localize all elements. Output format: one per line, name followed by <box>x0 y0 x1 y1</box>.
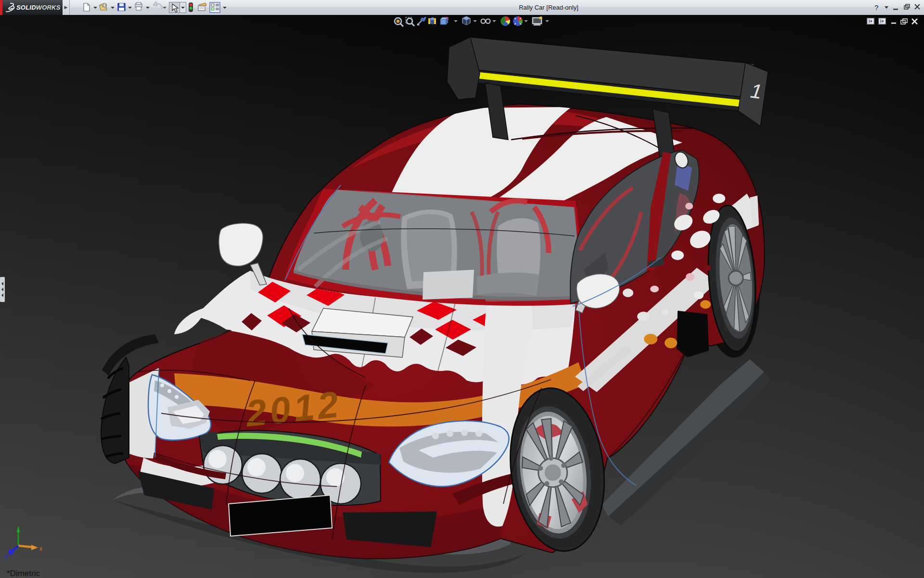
svg-text:?: ? <box>874 3 878 12</box>
svg-text:z: z <box>4 553 8 560</box>
svg-text:*Dimetric: *Dimetric <box>7 569 40 578</box>
svg-text:x: x <box>39 545 42 552</box>
